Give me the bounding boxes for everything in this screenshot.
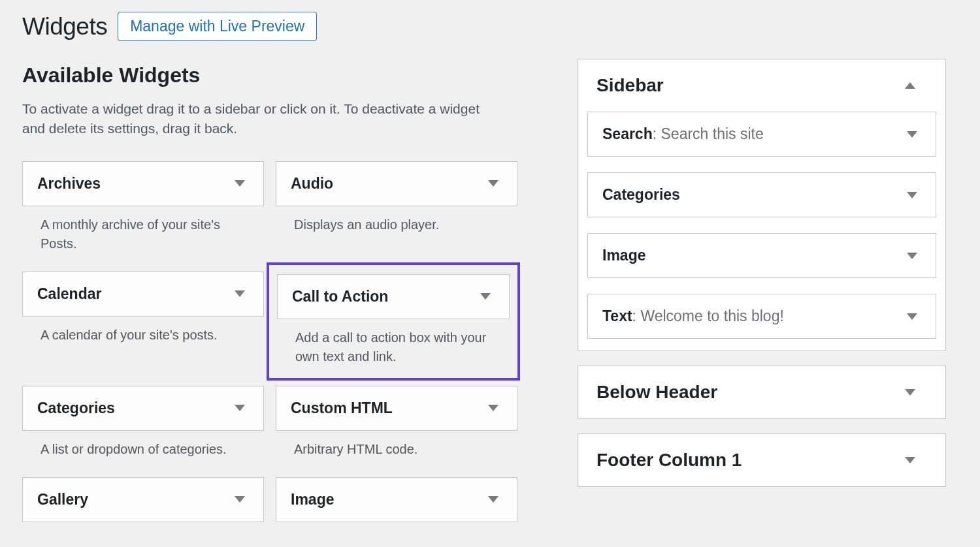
available-widget-title: Custom HTML [291,399,393,417]
assigned-widget-label: Image [602,247,645,264]
chevron-down-icon[interactable] [905,457,915,463]
page-title: Widgets [22,13,107,40]
chevron-down-icon[interactable] [488,405,498,411]
available-widget-title: Gallery [37,491,88,508]
available-widget-description: Add a call to action box with your own t… [274,328,512,366]
available-widget: Call to ActionAdd a call to action box w… [267,262,520,381]
assigned-widget-label: Search: Search this site [602,125,764,143]
assigned-widget-subtitle: Search this site [661,125,764,142]
available-widget-title: Call to Action [292,288,388,305]
widget-area-panel: Below Header [578,366,946,419]
manage-live-preview-button[interactable]: Manage with Live Preview [118,12,317,41]
widget-area-title: Sidebar [596,75,664,96]
chevron-down-icon[interactable] [480,293,491,300]
widget-area-panel: SidebarSearch: Search this siteCategorie… [578,59,946,351]
available-widgets-heading: Available Widgets [22,63,538,87]
available-widget-header[interactable]: Archives [22,161,264,206]
assigned-widget-name: Search [602,125,653,142]
chevron-down-icon[interactable] [907,313,917,320]
chevron-down-icon[interactable] [235,405,245,411]
available-widget-header[interactable]: Categories [22,386,264,431]
available-widget-header[interactable]: Image [276,477,517,522]
assigned-widget[interactable]: Text: Welcome to this blog! [587,294,936,339]
chevron-down-icon[interactable] [907,253,917,259]
available-widgets-description: To activate a widget drag it to a sideba… [22,99,493,139]
available-widget-header[interactable]: Call to Action [277,274,510,319]
assigned-widget-name: Image [602,247,645,264]
assigned-widget-separator: : [632,307,641,324]
chevron-down-icon[interactable] [905,389,915,396]
available-widget-title: Archives [37,175,101,193]
widget-area-title: Footer Column 1 [596,450,742,471]
available-widget: Image [276,477,517,522]
available-widget-description: A monthly archive of your site's Posts. [22,215,264,253]
widget-area-header[interactable]: Footer Column 1 [578,434,945,486]
assigned-widget-subtitle: Welcome to this blog! [640,307,783,324]
assigned-widget[interactable]: Search: Search this site [587,112,936,157]
available-widget-description: A calendar of your site's posts. [22,326,264,345]
available-widget: CalendarA calendar of your site's posts. [22,272,264,367]
available-widget: Gallery [22,477,264,522]
widget-area-body: Search: Search this siteCategoriesImageT… [578,112,945,351]
chevron-down-icon[interactable] [235,180,245,187]
available-widget-title: Audio [291,175,333,193]
available-widget-header[interactable]: Gallery [22,477,264,522]
available-widget: Custom HTMLArbitrary HTML code. [276,386,517,459]
assigned-widget-label: Categories [602,186,680,204]
available-widget-header[interactable]: Custom HTML [276,386,517,431]
available-widget-description: Displays an audio player. [276,215,517,234]
available-widget: AudioDisplays an audio player. [276,161,517,253]
assigned-widget-name: Categories [602,186,680,203]
assigned-widget[interactable]: Image [587,233,936,278]
widget-area-header[interactable]: Below Header [578,366,945,418]
available-widget-description: A list or dropdown of categories. [22,440,264,459]
available-widget: ArchivesA monthly archive of your site's… [22,161,264,253]
chevron-down-icon[interactable] [907,192,917,198]
available-widget-header[interactable]: Audio [276,161,517,206]
widget-area-title: Below Header [596,382,717,403]
assigned-widget-separator: : [653,125,661,142]
assigned-widget-name: Text [602,307,632,324]
widget-area-panel: Footer Column 1 [578,433,946,487]
assigned-widget-label: Text: Welcome to this blog! [602,307,784,325]
chevron-down-icon[interactable] [488,496,498,503]
available-widget-description: Arbitrary HTML code. [276,440,517,459]
widget-area-header[interactable]: Sidebar [578,59,945,112]
available-widget-title: Categories [37,399,115,417]
chevron-down-icon[interactable] [235,290,245,297]
available-widget-title: Image [291,491,334,508]
chevron-down-icon[interactable] [488,180,498,187]
available-widget-header[interactable]: Calendar [22,272,264,317]
available-widget: CategoriesA list or dropdown of categori… [22,386,264,459]
assigned-widget[interactable]: Categories [587,172,936,217]
available-widget-title: Calendar [37,285,101,303]
chevron-up-icon[interactable] [905,82,915,89]
chevron-down-icon[interactable] [235,496,245,503]
chevron-down-icon[interactable] [907,131,917,138]
